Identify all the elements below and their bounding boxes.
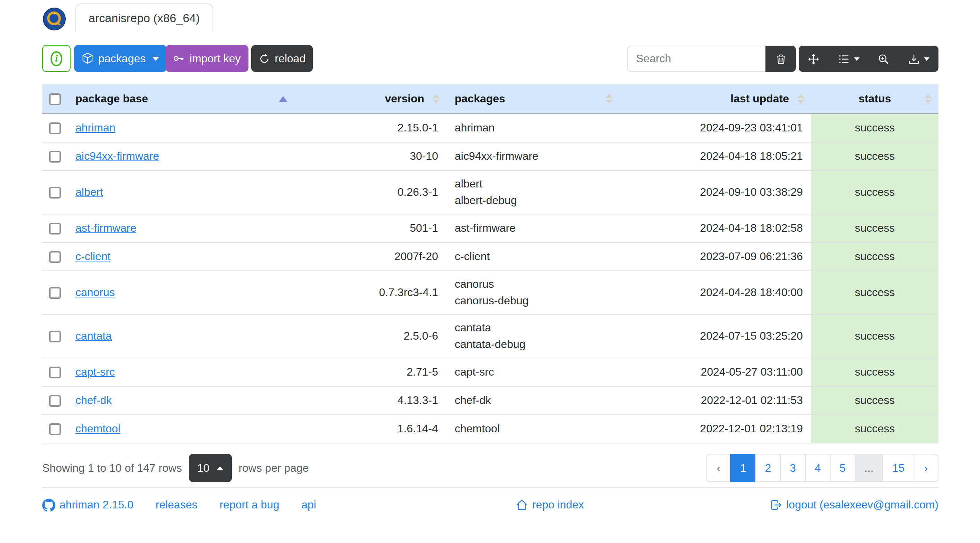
- table-row: ast-firmware 501-1 ast-firmware 2024-04-…: [42, 214, 939, 243]
- column-header-version[interactable]: version: [294, 84, 446, 113]
- search-input[interactable]: [627, 46, 765, 72]
- reload-button[interactable]: reload: [251, 45, 313, 72]
- packages-cell: chemtool: [446, 415, 619, 443]
- version-cell: 2.71-5: [294, 358, 446, 386]
- last-update-cell: 2024-04-18 18:05:21: [619, 142, 811, 170]
- packages-cell: ast-firmware: [446, 214, 619, 243]
- pagination-page-2[interactable]: 2: [755, 454, 781, 482]
- import-key-button-label: import key: [189, 52, 241, 65]
- sort-asc-icon: [279, 96, 287, 101]
- packages-button-label: packages: [98, 52, 146, 65]
- logout-link[interactable]: logout (esalexeev@gmail.com): [770, 499, 939, 511]
- pagination-previous[interactable]: ‹: [706, 454, 731, 482]
- version-cell: 30-10: [294, 142, 446, 170]
- api-link[interactable]: api: [301, 499, 316, 511]
- table-row: albert 0.26.3-1 albertalbert-debug 2024-…: [42, 170, 939, 214]
- package-base-link[interactable]: aic94xx-firmware: [75, 150, 159, 162]
- row-checkbox[interactable]: [49, 395, 60, 407]
- table-row: ahriman 2.15.0-1 ahriman 2024-09-23 03:4…: [42, 113, 939, 142]
- pagination-detail: Showing 1 to 10 of 147 rows 10 rows per …: [42, 454, 309, 482]
- row-checkbox[interactable]: [49, 331, 60, 343]
- row-checkbox[interactable]: [49, 123, 60, 135]
- last-update-cell: 2024-09-23 03:41:01: [619, 113, 811, 142]
- version-cell: 0.26.3-1: [294, 170, 446, 214]
- column-header-status[interactable]: status: [811, 84, 939, 113]
- releases-link[interactable]: releases: [155, 499, 197, 511]
- row-checkbox[interactable]: [49, 187, 60, 199]
- footer: ahriman 2.15.0 releases report a bug api…: [42, 494, 939, 516]
- select-all-checkbox[interactable]: [49, 93, 60, 105]
- column-header-packages[interactable]: packages: [446, 84, 619, 113]
- row-checkbox[interactable]: [49, 251, 60, 263]
- status-cell: success: [811, 170, 939, 214]
- pagination-page-15[interactable]: 15: [882, 454, 914, 482]
- status-cell: success: [811, 415, 939, 443]
- key-icon: [173, 52, 185, 64]
- row-checkbox[interactable]: [49, 287, 60, 299]
- table-row: cantata 2.5.0-6 cantatacantata-debug 202…: [42, 314, 939, 358]
- chevron-down-icon: [854, 57, 859, 60]
- last-update-cell: 2024-09-10 03:38:29: [619, 170, 811, 214]
- version-link[interactable]: ahriman 2.15.0: [42, 499, 133, 511]
- package-base-link[interactable]: ahriman: [75, 122, 116, 133]
- last-update-cell: 2024-05-27 03:11:00: [619, 358, 811, 386]
- server-info-button[interactable]: i: [42, 45, 71, 72]
- package-base-link[interactable]: c-client: [75, 251, 110, 262]
- pagination-page-1[interactable]: 1: [730, 454, 756, 482]
- clear-search-button[interactable]: [765, 46, 796, 72]
- last-update-cell: 2023-07-09 06:21:36: [619, 243, 811, 271]
- table-row: capt-src 2.71-5 capt-src 2024-05-27 03:1…: [42, 358, 939, 386]
- repo-index-link[interactable]: repo index: [515, 499, 584, 511]
- row-checkbox[interactable]: [49, 424, 60, 435]
- chevron-up-icon: [216, 466, 223, 470]
- packages-cell: canoruscanorus-debug: [446, 271, 619, 314]
- info-circle-icon: i: [51, 51, 62, 66]
- pagination-ellipsis[interactable]: ...: [855, 454, 883, 482]
- table-row: aic94xx-firmware 30-10 aic94xx-firmware …: [42, 142, 939, 170]
- sort-both-icon: [606, 94, 612, 103]
- package-base-link[interactable]: cantata: [75, 330, 112, 342]
- github-icon: [42, 499, 56, 511]
- packages-dropdown-button[interactable]: packages: [74, 45, 167, 72]
- pagination-next[interactable]: ›: [913, 454, 939, 482]
- pagination-page-5[interactable]: 5: [830, 454, 856, 482]
- row-checkbox[interactable]: [49, 223, 60, 235]
- package-base-link[interactable]: ast-firmware: [75, 222, 136, 234]
- row-checkbox[interactable]: [49, 367, 60, 379]
- import-key-button[interactable]: import key: [165, 45, 248, 72]
- package-base-link[interactable]: chef-dk: [75, 394, 112, 406]
- pagination-page-3[interactable]: 3: [780, 454, 806, 482]
- package-base-link[interactable]: chemtool: [75, 422, 121, 434]
- packages-cell: c-client: [446, 243, 619, 271]
- toggle-search-button[interactable]: [869, 46, 899, 72]
- columns-dropdown-button[interactable]: [829, 46, 869, 72]
- status-cell: success: [811, 243, 939, 271]
- last-update-cell: 2024-04-18 18:02:58: [619, 214, 811, 243]
- package-box-icon: [82, 52, 94, 64]
- page-size-dropdown-button[interactable]: 10: [189, 454, 232, 482]
- footer-divider: [42, 487, 939, 487]
- fullscreen-toggle-button[interactable]: [799, 46, 829, 72]
- package-base-link[interactable]: capt-src: [75, 366, 115, 378]
- packages-cell: aic94xx-firmware: [446, 142, 619, 170]
- status-cell: success: [811, 113, 939, 142]
- search-group: [627, 46, 796, 72]
- page-root: arcanisrepo (x86_64) i packages import k…: [0, 0, 980, 543]
- tab-repository[interactable]: arcanisrepo (x86_64): [75, 3, 213, 32]
- column-header-package-base[interactable]: package base: [67, 84, 294, 113]
- tab-repository-label: arcanisrepo (x86_64): [89, 11, 200, 25]
- export-dropdown-button[interactable]: [899, 46, 939, 72]
- status-cell: success: [811, 358, 939, 386]
- download-icon: [908, 53, 920, 65]
- logout-icon: [770, 499, 782, 511]
- reload-icon: [259, 53, 270, 64]
- version-cell: 2.15.0-1: [294, 113, 446, 142]
- package-base-link[interactable]: canorus: [75, 286, 115, 298]
- packages-cell: chef-dk: [446, 386, 619, 415]
- report-bug-link[interactable]: report a bug: [220, 499, 279, 511]
- row-checkbox[interactable]: [49, 151, 60, 163]
- pagination-page-4[interactable]: 4: [805, 454, 830, 482]
- package-base-link[interactable]: albert: [75, 186, 103, 198]
- column-header-last-update[interactable]: last update: [619, 84, 811, 113]
- last-update-cell: 2022-12-01 02:11:53: [619, 386, 811, 415]
